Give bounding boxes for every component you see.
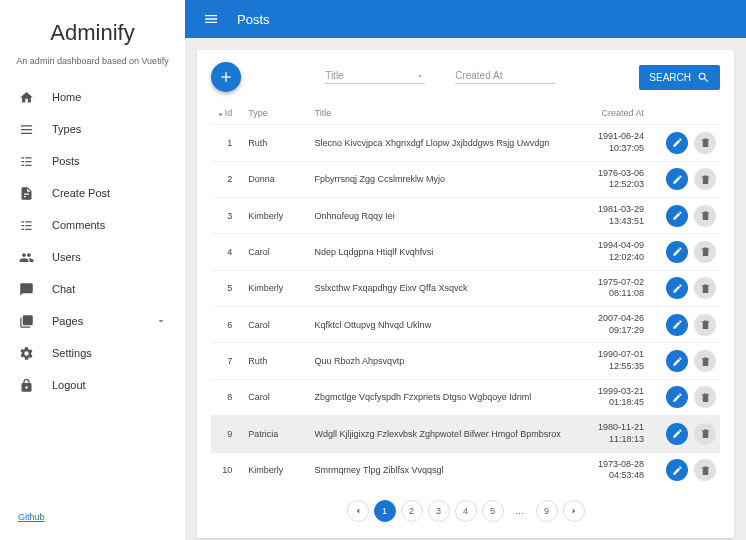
delete-button[interactable] xyxy=(694,423,716,445)
cell-type: Ruth xyxy=(244,343,310,379)
edit-button[interactable] xyxy=(666,423,688,445)
cell-title: Quu Rbozh Ahpsvqvtp xyxy=(311,343,571,379)
nav: HomeTypesPostsCreate PostCommentsUsersCh… xyxy=(0,81,185,512)
sidebar-item-types[interactable]: Types xyxy=(0,113,185,145)
nav-label: Logout xyxy=(52,379,86,391)
sidebar-item-settings[interactable]: Settings xyxy=(0,337,185,369)
table-row[interactable]: 4CarolNdep Lqdgpna Htiqlf Kvqhfvsi1994-0… xyxy=(211,234,720,270)
brand-tagline: An admin dashboard based on Vuetify xyxy=(0,51,185,81)
nav-icon xyxy=(18,281,34,297)
nav-label: Settings xyxy=(52,347,92,359)
table-row[interactable]: 3KimberlyOnhnofeug Rqqy Iei1981-03-2913:… xyxy=(211,197,720,233)
filters: Title Created At xyxy=(241,70,639,84)
cell-title: Ndep Lqdgpna Htiqlf Kvqhfvsi xyxy=(311,234,571,270)
edit-button[interactable] xyxy=(666,386,688,408)
edit-button[interactable] xyxy=(666,350,688,372)
content: Title Created At SEARCH xyxy=(185,38,746,540)
sort-down-icon xyxy=(216,109,225,118)
cell-created: 1975-07-0208:11:08 xyxy=(571,270,648,306)
cell-title: Kqfktcl Ottupvg Nhvqd Uklnw xyxy=(311,307,571,343)
edit-button[interactable] xyxy=(666,168,688,190)
edit-button[interactable] xyxy=(666,241,688,263)
cell-id: 9 xyxy=(211,416,244,452)
edit-button[interactable] xyxy=(666,314,688,336)
sidebar-item-users[interactable]: Users xyxy=(0,241,185,273)
page-1[interactable]: 1 xyxy=(374,500,396,522)
toolbar: Title Created At SEARCH xyxy=(211,62,720,92)
menu-icon[interactable] xyxy=(203,11,219,27)
table-row[interactable]: 9PatriciaWdgll Kjljigixzg Fzlexvbsk Zghp… xyxy=(211,416,720,452)
cell-created: 2007-04-2609:17:29 xyxy=(571,307,648,343)
main: Posts Title xyxy=(185,0,746,540)
col-type-header[interactable]: Type xyxy=(244,102,310,125)
pagination-ellipsis: … xyxy=(509,500,531,522)
delete-button[interactable] xyxy=(694,205,716,227)
cell-type: Carol xyxy=(244,234,310,270)
table-row[interactable]: 1RuthSlecno Kivcvjpca Xhgnxdgf Llopw Jxj… xyxy=(211,125,720,161)
delete-button[interactable] xyxy=(694,386,716,408)
delete-button[interactable] xyxy=(694,241,716,263)
cell-title: Fpbyrrsnqj Zgg Ccslmreklw Myjo xyxy=(311,161,571,197)
sidebar-item-create-post[interactable]: Create Post xyxy=(0,177,185,209)
delete-button[interactable] xyxy=(694,314,716,336)
nav-label: Home xyxy=(52,91,81,103)
col-created-header[interactable]: Created At xyxy=(571,102,648,125)
cell-id: 10 xyxy=(211,452,244,488)
sidebar-item-logout[interactable]: Logout xyxy=(0,369,185,401)
col-title-header[interactable]: Title xyxy=(311,102,571,125)
cell-type: Carol xyxy=(244,379,310,415)
title-filter[interactable]: Title xyxy=(325,70,425,84)
posts-card: Title Created At SEARCH xyxy=(197,50,734,538)
nav-icon xyxy=(18,217,34,233)
delete-button[interactable] xyxy=(694,168,716,190)
cell-created: 1981-03-2913:43:51 xyxy=(571,197,648,233)
search-icon xyxy=(697,71,710,84)
page-next[interactable] xyxy=(563,500,585,522)
sidebar-item-pages[interactable]: Pages xyxy=(0,305,185,337)
table-row[interactable]: 7RuthQuu Rbozh Ahpsvqvtp1990-07-0112:55:… xyxy=(211,343,720,379)
sidebar-item-chat[interactable]: Chat xyxy=(0,273,185,305)
page-prev[interactable] xyxy=(347,500,369,522)
col-id-header[interactable]: Id xyxy=(211,102,244,125)
cell-id: 1 xyxy=(211,125,244,161)
page-5[interactable]: 5 xyxy=(482,500,504,522)
cell-type: Ruth xyxy=(244,125,310,161)
github-link[interactable]: Github xyxy=(0,512,185,530)
cell-title: Slecno Kivcvjpca Xhgnxdgf Llopw Jxjbddgw… xyxy=(311,125,571,161)
sidebar-item-comments[interactable]: Comments xyxy=(0,209,185,241)
cell-id: 7 xyxy=(211,343,244,379)
cell-created: 1991-06-2410:37:05 xyxy=(571,125,648,161)
edit-button[interactable] xyxy=(666,459,688,481)
page-9[interactable]: 9 xyxy=(536,500,558,522)
page-2[interactable]: 2 xyxy=(401,500,423,522)
table-row[interactable]: 2DonnaFpbyrrsnqj Zgg Ccslmreklw Myjo1976… xyxy=(211,161,720,197)
cell-created: 1980-11-2111:18:13 xyxy=(571,416,648,452)
cell-title: Wdgll Kjljigixzg Fzlexvbsk Zghpwotel Bif… xyxy=(311,416,571,452)
delete-button[interactable] xyxy=(694,132,716,154)
search-button[interactable]: SEARCH xyxy=(639,65,720,90)
cell-created: 1994-04-0912:02:40 xyxy=(571,234,648,270)
cell-type: Carol xyxy=(244,307,310,343)
table-row[interactable]: 10KimberlySmrmqmey Tlpg Ziblfsx Vvqqsgl1… xyxy=(211,452,720,488)
edit-button[interactable] xyxy=(666,132,688,154)
nav-icon xyxy=(18,185,34,201)
page-4[interactable]: 4 xyxy=(455,500,477,522)
cell-id: 2 xyxy=(211,161,244,197)
table-row[interactable]: 6CarolKqfktcl Ottupvg Nhvqd Uklnw2007-04… xyxy=(211,307,720,343)
edit-button[interactable] xyxy=(666,205,688,227)
edit-button[interactable] xyxy=(666,277,688,299)
nav-label: Chat xyxy=(52,283,75,295)
sidebar-item-posts[interactable]: Posts xyxy=(0,145,185,177)
cell-id: 3 xyxy=(211,197,244,233)
created-filter[interactable]: Created At xyxy=(455,70,555,84)
table-row[interactable]: 5KimberlySslxcthw Fxqapdhgy Eixv Qffa Xs… xyxy=(211,270,720,306)
table-row[interactable]: 8CarolZbgmctlge Vqcfyspdh Fzxpriets Dtgs… xyxy=(211,379,720,415)
delete-button[interactable] xyxy=(694,277,716,299)
delete-button[interactable] xyxy=(694,350,716,372)
topbar: Posts xyxy=(185,0,746,38)
cell-id: 5 xyxy=(211,270,244,306)
add-button[interactable] xyxy=(211,62,241,92)
page-3[interactable]: 3 xyxy=(428,500,450,522)
delete-button[interactable] xyxy=(694,459,716,481)
sidebar-item-home[interactable]: Home xyxy=(0,81,185,113)
